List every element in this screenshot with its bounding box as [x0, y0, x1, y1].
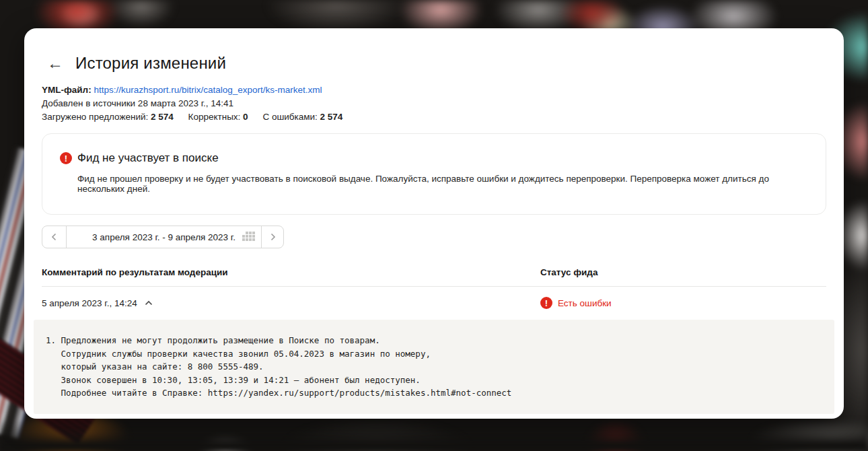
back-arrow-icon[interactable]: ←: [46, 54, 65, 73]
dialog-header: ← История изменений: [46, 54, 826, 73]
feed-status-cell: ! Есть ошибки: [540, 297, 826, 309]
history-dialog: ← История изменений YML-файл: https://ku…: [24, 28, 844, 419]
feed-meta: YML-файл: https://kurazhsport.ru/bitrix/…: [42, 83, 826, 124]
banner-title: Фид не участвует в поиске: [77, 151, 219, 165]
yml-file-line: YML-файл: https://kurazhsport.ru/bitrix/…: [42, 83, 826, 97]
feed-error-banner: ! Фид не участвует в поиске Фид не проше…: [42, 133, 826, 215]
collapse-toggle[interactable]: [145, 300, 153, 306]
date-range-label: 3 апреля 2023 г. - 9 апреля 2023 г.: [92, 232, 236, 242]
error-exclamation-icon: !: [60, 152, 72, 164]
row-date-label: 5 апреля 2023 г., 14:24: [42, 298, 137, 308]
prev-week-button[interactable]: [42, 226, 67, 248]
yml-file-link[interactable]: https://kurazhsport.ru/bitrix/catalog_ex…: [94, 85, 322, 95]
loaded-count: Загружено предложений: 2 574: [42, 112, 174, 122]
banner-description: Фид не прошел проверку и не будет участв…: [77, 174, 808, 194]
added-line: Добавлен в источники 28 марта 2023 г., 1…: [42, 97, 826, 110]
status-error-icon: !: [540, 297, 552, 309]
yml-file-label: YML-файл:: [42, 85, 92, 95]
errors-count: С ошибками: 2 574: [262, 112, 342, 122]
column-header-comment: Комментарий по результатам модерации: [42, 267, 540, 277]
correct-count: Корректных: 0: [188, 112, 248, 122]
table-row: 5 апреля 2023 г., 14:24 ! Есть ошибки: [42, 287, 826, 309]
chevron-left-icon: [50, 233, 59, 241]
background-bottom-shade: [0, 419, 868, 451]
status-label: Есть ошибки: [558, 298, 612, 308]
moderation-comment-block: 1. Предложения не могут продолжить разме…: [34, 320, 834, 414]
table-header: Комментарий по результатам модерации Ста…: [42, 267, 826, 287]
column-header-status: Статус фида: [540, 267, 826, 277]
calendar-icon: [240, 232, 255, 242]
date-range-navigator: 3 апреля 2023 г. - 9 апреля 2023 г.: [42, 226, 284, 248]
date-range-button[interactable]: 3 апреля 2023 г. - 9 апреля 2023 г.: [67, 226, 262, 248]
page-title: История изменений: [75, 54, 226, 73]
banner-title-row: ! Фид не участвует в поиске: [60, 151, 808, 165]
chevron-right-icon: [268, 233, 277, 241]
row-date-cell: 5 апреля 2023 г., 14:24: [42, 298, 540, 308]
chevron-up-icon: [145, 300, 153, 306]
counts-line: Загружено предложений: 2 574 Корректных:…: [42, 110, 826, 124]
next-week-button[interactable]: [262, 226, 283, 248]
